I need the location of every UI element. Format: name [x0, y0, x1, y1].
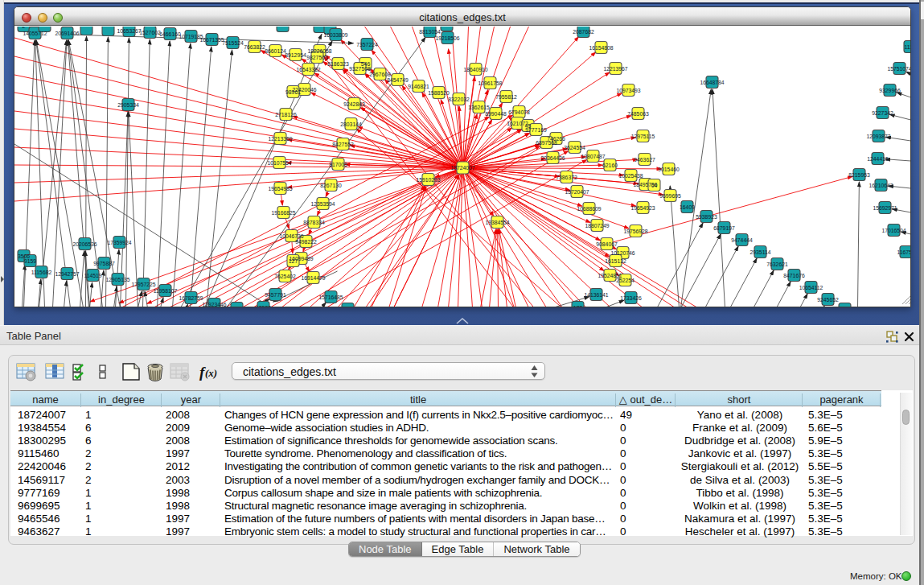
- svg-text:7485063: 7485063: [627, 111, 649, 117]
- svg-text:98961: 98961: [285, 89, 301, 95]
- svg-text:9227342: 9227342: [872, 110, 893, 116]
- svg-text:5938923: 5938923: [696, 214, 717, 220]
- svg-text:8186323: 8186323: [327, 61, 349, 67]
- svg-text:16543382: 16543382: [296, 67, 320, 72]
- svg-text:7632621: 7632621: [766, 262, 788, 267]
- svg-text:2905334: 2905334: [117, 102, 139, 108]
- svg-text:9015460: 9015460: [658, 167, 680, 172]
- svg-text:6466160: 6466160: [159, 31, 181, 37]
- svg-text:9084067: 9084067: [596, 241, 618, 247]
- svg-text:15720407: 15720407: [565, 189, 589, 195]
- svg-text:9498222: 9498222: [295, 239, 317, 245]
- svg-text:9975887: 9975887: [93, 261, 115, 266]
- svg-text:8912954: 8912954: [285, 52, 306, 58]
- svg-text:2: 2: [23, 27, 26, 29]
- svg-text:9245652: 9245652: [817, 297, 839, 303]
- svg-text:3624554: 3624554: [564, 145, 585, 150]
- svg-text:19654923: 19654923: [630, 205, 655, 211]
- svg-text:9777169: 9777169: [525, 127, 547, 133]
- svg-text:11958107: 11958107: [154, 288, 178, 294]
- svg-text:(x): (x): [205, 367, 217, 379]
- svg-text:62160: 62160: [602, 163, 618, 168]
- svg-text:17359924: 17359924: [107, 240, 131, 245]
- svg-text:8454749: 8454749: [387, 77, 409, 83]
- svg-text:8427552: 8427552: [332, 142, 354, 147]
- svg-text:10107554: 10107554: [267, 160, 291, 166]
- svg-text:6879197: 6879197: [713, 225, 735, 231]
- svg-text:1112: 1112: [904, 44, 910, 50]
- svg-text:8990448: 8990448: [485, 111, 507, 117]
- svg-text:12353594: 12353594: [310, 201, 335, 207]
- svg-text:15692971: 15692971: [873, 205, 897, 211]
- svg-text:10653267: 10653267: [117, 28, 141, 34]
- svg-text:1615132: 1615132: [605, 258, 626, 264]
- svg-text:10688609: 10688609: [577, 206, 601, 212]
- svg-text:18640910: 18640910: [463, 67, 487, 72]
- svg-text:1244415: 1244415: [867, 156, 889, 162]
- svg-text:16782759: 16782759: [179, 295, 203, 301]
- svg-text:16671355: 16671355: [199, 37, 224, 43]
- svg-text:9827503: 9827503: [306, 55, 328, 60]
- svg-text:9327508: 9327508: [349, 66, 371, 72]
- svg-text:10961758: 10961758: [478, 80, 502, 86]
- svg-text:9474444: 9474444: [731, 237, 753, 243]
- svg-text:17016504: 17016504: [881, 228, 906, 233]
- svg-text:10046736: 10046736: [279, 233, 303, 239]
- svg-text:12213369: 12213369: [268, 136, 292, 142]
- svg-text:173: 173: [573, 305, 583, 307]
- svg-text:19756928: 19756928: [623, 229, 647, 234]
- svg-text:15910293: 15910293: [416, 177, 440, 183]
- svg-text:10120746: 10120746: [610, 250, 634, 256]
- svg-text:127: 127: [289, 258, 298, 264]
- svg-text:1588520: 1588520: [428, 90, 450, 96]
- svg-text:12923: 12923: [256, 305, 271, 307]
- svg-text:9463627: 9463627: [634, 157, 655, 163]
- svg-text:16409: 16409: [680, 204, 695, 210]
- svg-text:14055712: 14055712: [23, 31, 47, 36]
- svg-text:1527602: 1527602: [139, 30, 161, 35]
- svg-text:1733426: 1733426: [620, 295, 642, 301]
- svg-text:15751074: 15751074: [887, 66, 910, 72]
- svg-text:16914479: 16914479: [301, 275, 325, 281]
- svg-text:15716485: 15716485: [318, 295, 343, 300]
- svg-text:18724007: 18724007: [450, 165, 474, 171]
- svg-text:9159: 9159: [24, 258, 36, 264]
- svg-text:20691406: 20691406: [55, 31, 79, 36]
- svg-text:04: 04: [651, 183, 658, 188]
- svg-text:9242843: 9242843: [343, 101, 365, 107]
- svg-text:10654112: 10654112: [799, 285, 823, 290]
- svg-text:7955812: 7955812: [495, 94, 517, 100]
- svg-text:12093872: 12093872: [866, 134, 890, 139]
- svg-text:18807249: 18807249: [585, 223, 609, 229]
- svg-text:8660124: 8660124: [265, 48, 286, 54]
- svg-text:252254: 252254: [616, 278, 634, 283]
- svg-text:12975115: 12975115: [631, 134, 655, 139]
- svg-text:8215953: 8215953: [848, 172, 870, 178]
- svg-text:6897568: 6897568: [536, 140, 557, 146]
- svg-text:10973493: 10973493: [616, 88, 640, 93]
- svg-text:12905135: 12905135: [105, 277, 129, 282]
- svg-text:10807487: 10807487: [581, 154, 605, 159]
- svg-text:157: 157: [343, 307, 353, 307]
- svg-text:7663822: 7663822: [244, 44, 265, 50]
- svg-text:7357224: 7357224: [356, 42, 378, 47]
- svg-text:17957225: 17957225: [131, 282, 155, 287]
- svg-text:2803144: 2803144: [340, 122, 362, 127]
- svg-text:19166825: 19166825: [271, 210, 295, 216]
- svg-text:817006: 817006: [329, 162, 347, 167]
- svg-text:8267130: 8267130: [320, 183, 342, 188]
- svg-text:2967608: 2967608: [369, 72, 391, 77]
- svg-text:12923446: 12923446: [202, 302, 226, 307]
- svg-text:8322032: 8322032: [448, 97, 470, 102]
- svg-text:20364436: 20364436: [540, 155, 565, 161]
- svg-text:2935114: 2935114: [750, 249, 771, 255]
- svg-text:20206536: 20206536: [72, 241, 97, 247]
- svg-text:1115682: 1115682: [31, 270, 52, 275]
- svg-text:924: 924: [840, 307, 850, 307]
- svg-text:9457791: 9457791: [265, 292, 286, 298]
- svg-text:14136141: 14136141: [584, 292, 608, 298]
- svg-text:7515524: 7515524: [222, 40, 244, 46]
- svg-text:9146821: 9146821: [408, 84, 429, 89]
- svg-text:7625402: 7625402: [274, 274, 296, 279]
- svg-text:16648784: 16648784: [700, 80, 724, 85]
